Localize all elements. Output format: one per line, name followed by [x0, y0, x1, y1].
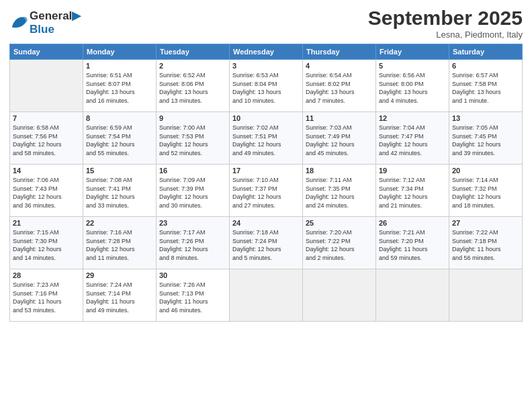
- day-number: 29: [86, 271, 153, 279]
- day-cell: 24Sunrise: 7:18 AM Sunset: 7:24 PM Dayli…: [230, 217, 303, 269]
- day-number: 15: [86, 167, 153, 175]
- day-number: 25: [306, 219, 373, 227]
- page: General▶ Blue September 2025 Lesna, Pied…: [0, 0, 532, 411]
- day-number: 1: [86, 62, 153, 70]
- day-cell: 12Sunrise: 7:04 AM Sunset: 7:47 PM Dayli…: [376, 112, 449, 165]
- weekday-header-sunday: Sunday: [10, 44, 83, 60]
- day-info: Sunrise: 7:16 AM Sunset: 7:28 PM Dayligh…: [86, 228, 153, 262]
- day-info: Sunrise: 7:26 AM Sunset: 7:13 PM Dayligh…: [159, 281, 226, 314]
- day-info: Sunrise: 7:22 AM Sunset: 7:18 PM Dayligh…: [452, 228, 519, 262]
- day-info: Sunrise: 6:56 AM Sunset: 8:00 PM Dayligh…: [379, 71, 446, 105]
- day-info: Sunrise: 7:21 AM Sunset: 7:20 PM Dayligh…: [379, 228, 446, 262]
- day-cell: [303, 269, 376, 322]
- day-cell: 11Sunrise: 7:03 AM Sunset: 7:49 PM Dayli…: [303, 112, 376, 165]
- week-row-5: 28Sunrise: 7:23 AM Sunset: 7:16 PM Dayli…: [10, 269, 523, 322]
- day-number: 10: [232, 114, 300, 122]
- day-cell: 23Sunrise: 7:17 AM Sunset: 7:26 PM Dayli…: [157, 217, 230, 269]
- day-cell: 4Sunrise: 6:54 AM Sunset: 8:02 PM Daylig…: [303, 60, 376, 112]
- day-info: Sunrise: 6:53 AM Sunset: 8:04 PM Dayligh…: [232, 71, 300, 105]
- day-cell: 14Sunrise: 7:06 AM Sunset: 7:43 PM Dayli…: [10, 165, 83, 217]
- day-info: Sunrise: 7:23 AM Sunset: 7:16 PM Dayligh…: [13, 281, 80, 314]
- day-info: Sunrise: 7:09 AM Sunset: 7:39 PM Dayligh…: [159, 176, 226, 210]
- day-info: Sunrise: 7:06 AM Sunset: 7:43 PM Dayligh…: [13, 176, 80, 210]
- day-number: 2: [159, 62, 226, 70]
- day-cell: 26Sunrise: 7:21 AM Sunset: 7:20 PM Dayli…: [376, 217, 449, 269]
- day-cell: 21Sunrise: 7:15 AM Sunset: 7:30 PM Dayli…: [10, 217, 83, 269]
- day-info: Sunrise: 7:11 AM Sunset: 7:35 PM Dayligh…: [306, 176, 373, 210]
- location-subtitle: Lesna, Piedmont, Italy: [368, 30, 523, 40]
- day-info: Sunrise: 7:17 AM Sunset: 7:26 PM Dayligh…: [159, 228, 226, 262]
- day-info: Sunrise: 6:54 AM Sunset: 8:02 PM Dayligh…: [306, 71, 373, 105]
- day-info: Sunrise: 7:20 AM Sunset: 7:22 PM Dayligh…: [306, 228, 373, 262]
- day-number: 28: [13, 271, 80, 279]
- day-info: Sunrise: 6:58 AM Sunset: 7:56 PM Dayligh…: [13, 124, 80, 157]
- day-number: 23: [159, 219, 226, 227]
- day-number: 21: [13, 219, 80, 227]
- calendar-table: SundayMondayTuesdayWednesdayThursdayFrid…: [9, 44, 523, 322]
- day-number: 13: [452, 114, 519, 122]
- day-info: Sunrise: 6:57 AM Sunset: 7:58 PM Dayligh…: [452, 71, 519, 105]
- month-title: September 2025: [368, 7, 523, 30]
- day-info: Sunrise: 7:08 AM Sunset: 7:41 PM Dayligh…: [86, 176, 153, 210]
- day-cell: [449, 269, 523, 322]
- day-info: Sunrise: 7:05 AM Sunset: 7:45 PM Dayligh…: [452, 124, 519, 157]
- day-cell: 28Sunrise: 7:23 AM Sunset: 7:16 PM Dayli…: [10, 269, 83, 322]
- weekday-header-monday: Monday: [83, 44, 157, 60]
- day-number: 27: [452, 219, 519, 227]
- week-row-2: 7Sunrise: 6:58 AM Sunset: 7:56 PM Daylig…: [10, 112, 523, 165]
- day-cell: 1Sunrise: 6:51 AM Sunset: 8:07 PM Daylig…: [83, 60, 157, 112]
- day-cell: 30Sunrise: 7:26 AM Sunset: 7:13 PM Dayli…: [157, 269, 230, 322]
- day-cell: 25Sunrise: 7:20 AM Sunset: 7:22 PM Dayli…: [303, 217, 376, 269]
- day-cell: 15Sunrise: 7:08 AM Sunset: 7:41 PM Dayli…: [83, 165, 157, 217]
- day-cell: 29Sunrise: 7:24 AM Sunset: 7:14 PM Dayli…: [83, 269, 157, 322]
- day-info: Sunrise: 6:59 AM Sunset: 7:54 PM Dayligh…: [86, 124, 153, 157]
- weekday-header-row: SundayMondayTuesdayWednesdayThursdayFrid…: [10, 44, 523, 60]
- day-number: 4: [306, 62, 373, 70]
- day-cell: 9Sunrise: 7:00 AM Sunset: 7:53 PM Daylig…: [157, 112, 230, 165]
- day-cell: 2Sunrise: 6:52 AM Sunset: 8:06 PM Daylig…: [157, 60, 230, 112]
- day-number: 20: [452, 167, 519, 175]
- day-number: 17: [232, 167, 300, 175]
- day-number: 8: [86, 114, 153, 122]
- weekday-header-thursday: Thursday: [303, 44, 376, 60]
- day-cell: [230, 269, 303, 322]
- day-info: Sunrise: 7:15 AM Sunset: 7:30 PM Dayligh…: [13, 228, 80, 262]
- weekday-header-saturday: Saturday: [449, 44, 523, 60]
- weekday-header-tuesday: Tuesday: [157, 44, 230, 60]
- day-info: Sunrise: 7:00 AM Sunset: 7:53 PM Dayligh…: [159, 124, 226, 157]
- logo-icon: [9, 13, 28, 32]
- week-row-4: 21Sunrise: 7:15 AM Sunset: 7:30 PM Dayli…: [10, 217, 523, 269]
- logo: General▶ Blue: [9, 9, 81, 36]
- day-cell: 6Sunrise: 6:57 AM Sunset: 7:58 PM Daylig…: [449, 60, 523, 112]
- day-cell: 17Sunrise: 7:10 AM Sunset: 7:37 PM Dayli…: [230, 165, 303, 217]
- day-number: 14: [13, 167, 80, 175]
- day-info: Sunrise: 6:51 AM Sunset: 8:07 PM Dayligh…: [86, 71, 153, 105]
- day-cell: [376, 269, 449, 322]
- day-cell: 10Sunrise: 7:02 AM Sunset: 7:51 PM Dayli…: [230, 112, 303, 165]
- week-row-3: 14Sunrise: 7:06 AM Sunset: 7:43 PM Dayli…: [10, 165, 523, 217]
- week-row-1: 1Sunrise: 6:51 AM Sunset: 8:07 PM Daylig…: [10, 60, 523, 112]
- day-info: Sunrise: 7:04 AM Sunset: 7:47 PM Dayligh…: [379, 124, 446, 157]
- day-info: Sunrise: 7:18 AM Sunset: 7:24 PM Dayligh…: [232, 228, 300, 262]
- day-cell: 20Sunrise: 7:14 AM Sunset: 7:32 PM Dayli…: [449, 165, 523, 217]
- day-cell: 19Sunrise: 7:12 AM Sunset: 7:34 PM Dayli…: [376, 165, 449, 217]
- day-info: Sunrise: 6:52 AM Sunset: 8:06 PM Dayligh…: [159, 71, 226, 105]
- day-number: 3: [232, 62, 300, 70]
- header: General▶ Blue September 2025 Lesna, Pied…: [9, 7, 523, 40]
- day-cell: 7Sunrise: 6:58 AM Sunset: 7:56 PM Daylig…: [10, 112, 83, 165]
- day-number: 9: [159, 114, 226, 122]
- day-number: 11: [306, 114, 373, 122]
- day-number: 5: [379, 62, 446, 70]
- day-info: Sunrise: 7:03 AM Sunset: 7:49 PM Dayligh…: [306, 124, 373, 157]
- day-number: 18: [306, 167, 373, 175]
- day-info: Sunrise: 7:24 AM Sunset: 7:14 PM Dayligh…: [86, 281, 153, 314]
- day-info: Sunrise: 7:10 AM Sunset: 7:37 PM Dayligh…: [232, 176, 300, 210]
- weekday-header-wednesday: Wednesday: [230, 44, 303, 60]
- day-number: 7: [13, 114, 80, 122]
- day-number: 16: [159, 167, 226, 175]
- weekday-header-friday: Friday: [376, 44, 449, 60]
- day-number: 30: [159, 271, 226, 279]
- day-cell: 16Sunrise: 7:09 AM Sunset: 7:39 PM Dayli…: [157, 165, 230, 217]
- day-cell: [10, 60, 83, 112]
- day-cell: 18Sunrise: 7:11 AM Sunset: 7:35 PM Dayli…: [303, 165, 376, 217]
